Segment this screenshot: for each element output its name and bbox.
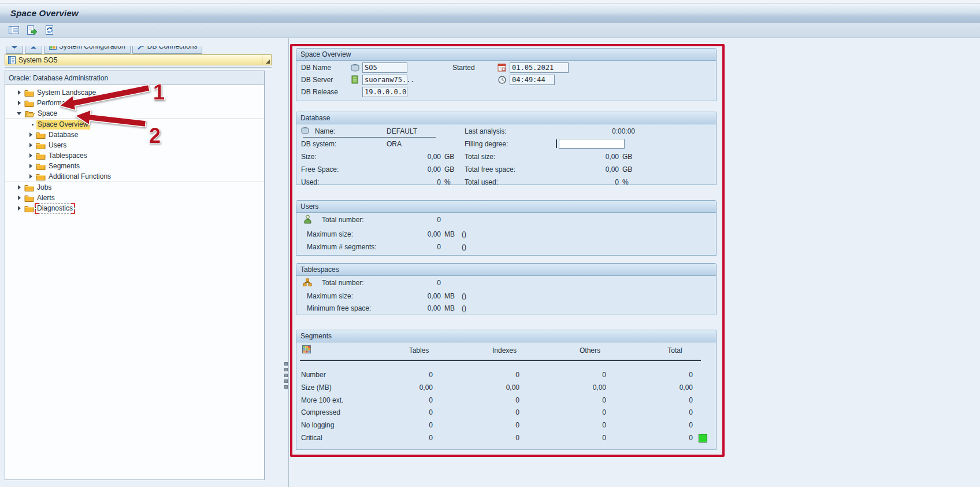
folder-icon bbox=[36, 152, 46, 160]
filling-degree-wrap bbox=[556, 139, 625, 149]
filling-degree-input[interactable] bbox=[559, 139, 625, 149]
db-server-field[interactable]: suoranw75... bbox=[362, 75, 407, 85]
started-label: Started bbox=[452, 64, 475, 72]
refresh-icon bbox=[44, 25, 55, 35]
total-used-label: Total used: bbox=[465, 178, 498, 186]
col-header-total: Total bbox=[667, 346, 682, 355]
segments-row-size: Size (MB) 0,00 0,00 0,00 0,00 bbox=[301, 382, 712, 393]
used-unit: % bbox=[444, 178, 451, 186]
system-configuration-icon bbox=[49, 46, 57, 50]
db-release-label: DB Release bbox=[301, 88, 338, 96]
tab-system-configuration[interactable]: System Configuration bbox=[44, 46, 131, 54]
pane-splitter[interactable] bbox=[288, 38, 289, 487]
db-release-field[interactable]: 19.0.0.0.0 bbox=[362, 87, 407, 97]
folder-icon bbox=[36, 142, 46, 149]
selected-tree-item-label: Space Overview bbox=[36, 120, 90, 130]
tablespaces-section: Tablespaces Total number: 0 Maximum size… bbox=[296, 263, 717, 315]
chevron-right-icon[interactable] bbox=[29, 143, 32, 147]
tree-item-system-landscape[interactable]: System Landscape bbox=[5, 87, 264, 98]
focused-tree-item-label: Diagnostics bbox=[35, 204, 75, 213]
total-size-unit: GB bbox=[622, 153, 632, 161]
table-header-rule bbox=[300, 360, 701, 361]
db-connections-icon bbox=[138, 46, 145, 50]
total-free-value: 0,00 bbox=[550, 165, 619, 174]
tab-expand-all[interactable] bbox=[25, 46, 42, 54]
chevron-right-icon[interactable] bbox=[18, 206, 21, 211]
export-document-icon bbox=[27, 25, 37, 35]
chevron-right-icon[interactable] bbox=[18, 101, 21, 105]
db-server-label: DB Server bbox=[301, 76, 333, 84]
row-suffix: () bbox=[462, 304, 466, 312]
calendar-icon bbox=[498, 63, 506, 72]
row-label: Total number: bbox=[322, 279, 364, 287]
tab-collapse-all[interactable] bbox=[6, 46, 23, 54]
database-icon bbox=[351, 64, 359, 72]
tab-db-connections[interactable]: DB Connections bbox=[132, 46, 203, 54]
folder-icon bbox=[36, 131, 46, 139]
chevron-right-icon[interactable] bbox=[29, 164, 32, 168]
chevron-right-icon[interactable] bbox=[29, 153, 32, 158]
export-button[interactable] bbox=[25, 24, 39, 36]
tree-item-users[interactable]: Users bbox=[5, 140, 264, 150]
tree-item-performance[interactable]: Performance bbox=[5, 98, 264, 108]
total-size-label: Total size: bbox=[465, 153, 495, 161]
details-button[interactable] bbox=[7, 24, 21, 36]
last-analysis-label: Last analysis: bbox=[465, 127, 507, 135]
chevron-right-icon[interactable] bbox=[29, 174, 32, 179]
chevron-right-icon[interactable] bbox=[18, 90, 21, 95]
folder-icon bbox=[36, 173, 46, 180]
system-selector-value: System SO5 bbox=[16, 56, 57, 64]
refresh-button[interactable] bbox=[43, 24, 57, 36]
tab-label: DB Connections bbox=[147, 46, 198, 50]
splitter-grip-handle[interactable] bbox=[284, 362, 287, 389]
col-header-tables: Tables bbox=[409, 346, 429, 355]
col-header-others: Others bbox=[580, 346, 600, 355]
tab-label: System Configuration bbox=[59, 46, 125, 50]
db-system-label: DB system: bbox=[301, 140, 336, 148]
row-value: 0,00 bbox=[388, 304, 441, 312]
tree-item-space-overview[interactable]: Space Overview bbox=[5, 119, 264, 130]
section-header: Space Overview bbox=[296, 49, 716, 61]
tablespace-icon bbox=[303, 278, 312, 286]
row-value: 0 bbox=[388, 279, 441, 287]
folder-icon bbox=[24, 194, 34, 202]
tree-item-diagnostics[interactable]: Diagnostics bbox=[5, 203, 264, 213]
tree-item-space[interactable]: Space bbox=[5, 108, 264, 119]
table-grid-icon bbox=[302, 345, 311, 353]
db-name-field[interactable]: SO5 bbox=[362, 62, 407, 73]
used-label: Used: bbox=[301, 178, 319, 186]
tree-item-jobs[interactable]: Jobs bbox=[5, 182, 264, 193]
database-icon bbox=[301, 127, 309, 134]
tree-item-additional-functions[interactable]: Additional Functions bbox=[5, 171, 264, 182]
row-label: Maximum # segments: bbox=[307, 243, 377, 251]
bullet-icon bbox=[32, 124, 34, 126]
free-space-unit: GB bbox=[444, 165, 454, 174]
free-space-value: 0,00 bbox=[387, 165, 441, 174]
started-date-field[interactable]: 01.05.2021 bbox=[510, 62, 569, 73]
chevron-down-icon[interactable] bbox=[17, 112, 21, 115]
folder-icon bbox=[36, 163, 46, 170]
row-value: 0 bbox=[388, 216, 441, 224]
chevron-right-icon[interactable] bbox=[18, 195, 21, 200]
double-chevron-down-icon bbox=[11, 46, 18, 50]
selector-resize-grip-icon[interactable] bbox=[262, 55, 271, 65]
segments-section: Segments Tables Indexes Others Total Num… bbox=[296, 330, 717, 450]
application-toolbar bbox=[0, 23, 980, 38]
name-value: DEFAULT bbox=[387, 127, 417, 135]
total-used-unit: % bbox=[622, 178, 629, 186]
open-folder-icon bbox=[25, 110, 35, 117]
name-underline bbox=[303, 137, 436, 138]
size-label: Size: bbox=[301, 153, 317, 161]
chevron-right-icon[interactable] bbox=[18, 185, 21, 190]
row-label: Maximum size: bbox=[307, 230, 353, 238]
segments-row-no-logging: No logging 0 0 0 0 bbox=[301, 420, 712, 430]
tree-item-database[interactable]: Database bbox=[5, 130, 264, 140]
tree-item-segments[interactable]: Segments bbox=[5, 161, 264, 171]
started-time-field[interactable]: 04:49:44 bbox=[510, 75, 555, 85]
chevron-right-icon[interactable] bbox=[29, 132, 32, 137]
text-cursor bbox=[556, 139, 557, 148]
tree-item-tablespaces[interactable]: Tablespaces bbox=[5, 150, 264, 161]
tree-item-alerts[interactable]: Alerts bbox=[5, 193, 264, 203]
row-value: 0,00 bbox=[388, 292, 441, 300]
system-selector[interactable]: System SO5 bbox=[5, 54, 272, 65]
